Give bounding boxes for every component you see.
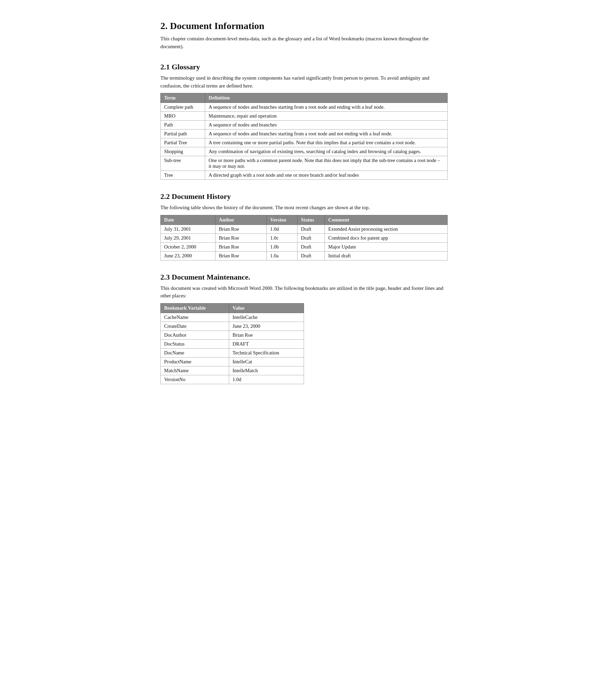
history-row: July 31, 2001Brian Roe1.0dDraftExtended …	[161, 225, 448, 233]
history-author: Brian Roe	[215, 225, 267, 233]
bookmark-col-variable: Bookmark Variable	[161, 303, 229, 313]
history-status: Draft	[298, 233, 325, 242]
bookmark-value: Technical Specification	[229, 348, 304, 357]
subsection-2-1-intro: The terminology used in describing the s…	[160, 74, 448, 90]
glossary-col-term: Term	[161, 93, 205, 103]
history-date: July 29, 2001	[161, 233, 215, 242]
history-row: June 23, 2000Brian Roe1.0aDraftInitial d…	[161, 251, 448, 260]
history-comment: Major Update	[325, 242, 448, 251]
subsection-2-2-heading: Document History	[172, 192, 231, 201]
glossary-row: PathA sequence of nodes and branches	[161, 121, 448, 130]
glossary-term: Partial Tree	[161, 138, 205, 147]
bookmark-value: DRAFT	[229, 339, 304, 348]
history-date: June 23, 2000	[161, 251, 215, 260]
subsection-2-3-number: 2.3	[160, 273, 170, 281]
subsection-2-2-title: 2.2 Document History	[160, 192, 448, 201]
glossary-row: Sub-treeOne or more paths with a common …	[161, 156, 448, 171]
subsection-2-2-intro: The following table shows the history of…	[160, 204, 448, 212]
bookmark-row: DocAuthorBrian Roe	[161, 331, 304, 339]
history-status: Draft	[298, 242, 325, 251]
bookmark-value: IntelleCat	[229, 357, 304, 366]
subsection-2-1-title: 2.1 Glossary	[160, 63, 448, 71]
history-version: 1.0d	[267, 225, 298, 233]
bookmark-variable: CreateDate	[161, 322, 229, 331]
subsection-2-2-number: 2.2	[160, 192, 170, 201]
history-date: October 2, 2000	[161, 242, 215, 251]
glossary-definition: One or more paths with a common parent n…	[205, 156, 448, 171]
subsection-2-1-number: 2.1	[160, 63, 170, 71]
history-status: Draft	[298, 251, 325, 260]
history-comment: Combined docs for patent app	[325, 233, 448, 242]
bookmark-row: VersionNo1.0d	[161, 375, 304, 384]
bookmark-col-value: Value	[229, 303, 304, 313]
bookmark-variable: ProductName	[161, 357, 229, 366]
glossary-table: Term Definition Complete pathA sequence …	[160, 93, 448, 180]
glossary-row: TreeA directed graph with a root node an…	[161, 171, 448, 180]
subsection-2-3-title: 2.3 Document Maintenance.	[160, 273, 448, 282]
bookmark-value: Brian Roe	[229, 331, 304, 339]
glossary-term: Tree	[161, 171, 205, 180]
bookmark-row: DocStatusDRAFT	[161, 339, 304, 348]
bookmark-value: IntelleMatch	[229, 366, 304, 375]
bookmark-row: MatchNameIntelleMatch	[161, 366, 304, 375]
glossary-definition: A sequence of nodes and branches	[205, 121, 448, 130]
bookmark-variable: DocStatus	[161, 339, 229, 348]
history-author: Brian Roe	[215, 251, 267, 260]
glossary-term: MRO	[161, 112, 205, 121]
bookmark-variable: DocName	[161, 348, 229, 357]
subsection-2-1-heading: Glossary	[172, 63, 200, 71]
glossary-definition: Maintenance, repair and operation	[205, 112, 448, 121]
glossary-row: MROMaintenance, repair and operation	[161, 112, 448, 121]
bookmark-variable: VersionNo	[161, 375, 229, 384]
glossary-term: Shopping	[161, 147, 205, 156]
bookmark-row: CacheNameIntelleCache	[161, 313, 304, 322]
history-row: October 2, 2000Brian Roe1.0bDraftMajor U…	[161, 242, 448, 251]
history-col-version: Version	[267, 215, 298, 225]
glossary-definition: A sequence of nodes and branches startin…	[205, 130, 448, 138]
glossary-definition: A directed graph with a root node and on…	[205, 171, 448, 180]
section-heading-text: Document Information	[170, 21, 264, 31]
section-title: 2. Document Information	[160, 21, 448, 31]
history-version: 1.0b	[267, 242, 298, 251]
glossary-definition: Any combination of navigation of existin…	[205, 147, 448, 156]
history-col-date: Date	[161, 215, 215, 225]
bookmark-value: IntelleCache	[229, 313, 304, 322]
glossary-definition: A sequence of nodes and branches startin…	[205, 103, 448, 112]
bookmark-variable: CacheName	[161, 313, 229, 322]
history-version: 1.0c	[267, 233, 298, 242]
bookmark-row: CreateDateJune 23, 2000	[161, 322, 304, 331]
bookmark-variable: MatchName	[161, 366, 229, 375]
bookmark-value: June 23, 2000	[229, 322, 304, 331]
glossary-term: Complete path	[161, 103, 205, 112]
glossary-row: Complete pathA sequence of nodes and bra…	[161, 103, 448, 112]
section-intro: This chapter contains document-level met…	[160, 35, 448, 50]
subsection-2-3-heading: Document Maintenance.	[172, 273, 250, 281]
glossary-term: Path	[161, 121, 205, 130]
history-table: Date Author Version Status Comment July …	[160, 215, 448, 260]
history-col-author: Author	[215, 215, 267, 225]
glossary-term: Partial path	[161, 130, 205, 138]
history-status: Draft	[298, 225, 325, 233]
history-author: Brian Roe	[215, 233, 267, 242]
bookmark-value: 1.0d	[229, 375, 304, 384]
glossary-row: Partial pathA sequence of nodes and bran…	[161, 130, 448, 138]
glossary-term: Sub-tree	[161, 156, 205, 171]
bookmark-row: DocNameTechnical Specification	[161, 348, 304, 357]
history-comment: Initial draft	[325, 251, 448, 260]
bookmark-variable: DocAuthor	[161, 331, 229, 339]
bookmark-table: Bookmark Variable Value CacheNameIntelle…	[160, 303, 304, 384]
history-col-comment: Comment	[325, 215, 448, 225]
history-author: Brian Roe	[215, 242, 267, 251]
history-row: July 29, 2001Brian Roe1.0cDraftCombined …	[161, 233, 448, 242]
subsection-2-3-intro: This document was created with Microsoft…	[160, 284, 448, 300]
history-col-status: Status	[298, 215, 325, 225]
history-comment: Extended Assist processing section	[325, 225, 448, 233]
bookmark-row: ProductNameIntelleCat	[161, 357, 304, 366]
glossary-col-definition: Definition	[205, 93, 448, 103]
glossary-row: Partial TreeA tree containing one or mor…	[161, 138, 448, 147]
history-date: July 31, 2001	[161, 225, 215, 233]
glossary-definition: A tree containing one or more partial pa…	[205, 138, 448, 147]
history-version: 1.0a	[267, 251, 298, 260]
section-number: 2.	[160, 21, 168, 31]
glossary-row: ShoppingAny combination of navigation of…	[161, 147, 448, 156]
